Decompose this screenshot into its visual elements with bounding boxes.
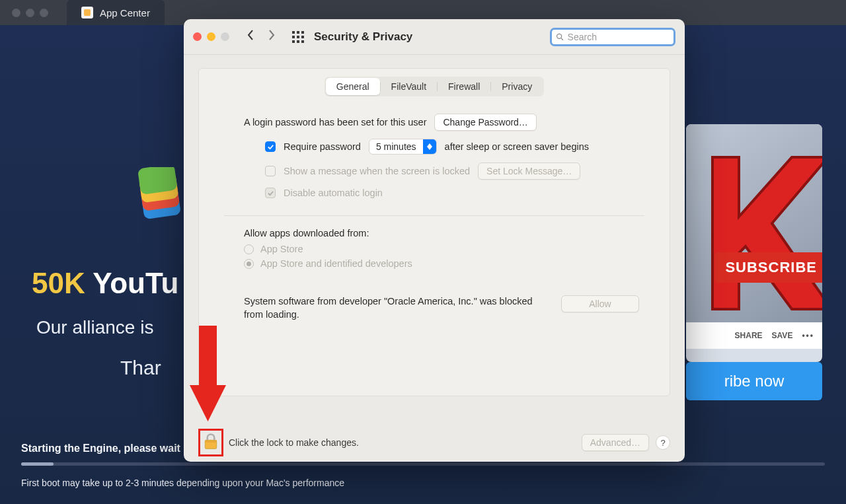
bg-close-dot	[12, 9, 20, 17]
background-headline: 50K YouTu	[32, 267, 178, 300]
grid-icon	[292, 31, 304, 43]
svg-rect-16	[205, 440, 217, 443]
svg-rect-12	[301, 40, 304, 43]
search-field-wrap[interactable]	[550, 28, 675, 46]
background-subheadline: Our alliance is	[36, 317, 153, 338]
radio-app-store	[244, 244, 254, 254]
require-password-after-label: after sleep or screen saver begins	[445, 141, 589, 152]
show-message-checkbox	[265, 166, 276, 176]
lock-text: Click the lock to make changes.	[229, 437, 359, 448]
tab-bar: General FileVault Firewall Privacy	[199, 69, 670, 96]
radio-identified-developers	[244, 259, 254, 269]
disable-auto-login-label: Disable automatic login	[284, 188, 383, 198]
show-all-button[interactable]	[289, 28, 307, 46]
require-password-delay-select[interactable]: 5 minutes	[369, 139, 437, 155]
advanced-button[interactable]: Advanced…	[582, 434, 649, 451]
svg-point-13	[557, 34, 562, 38]
engine-progress-bar	[21, 462, 825, 466]
svg-rect-7	[292, 36, 295, 38]
prefs-toolbar: Security & Privacy	[184, 19, 685, 55]
headline-accent: 50K	[32, 267, 85, 299]
engine-status-text: Starting the Engine, please wait	[21, 443, 180, 454]
app-center-icon	[81, 7, 93, 18]
svg-rect-11	[297, 40, 299, 43]
window-zoom-button[interactable]	[221, 32, 229, 41]
change-password-button[interactable]: Change Password…	[434, 114, 536, 131]
save-button[interactable]: SAVE	[772, 331, 793, 340]
background-subheadline-2: Thar	[120, 357, 161, 379]
require-password-label: Require password	[284, 141, 361, 152]
bg-min-dot	[26, 9, 34, 17]
subscribe-now-button[interactable]: ribe now	[686, 362, 822, 400]
show-message-label: Show a message when the screen is locked	[284, 166, 470, 176]
bg-max-dot	[40, 9, 48, 17]
share-button[interactable]: SHARE	[735, 331, 763, 340]
window-minimize-button[interactable]	[207, 32, 215, 41]
blocked-software-text: System software from developer "Oracle A…	[244, 295, 549, 321]
svg-rect-8	[297, 36, 299, 38]
allow-button[interactable]: Allow	[561, 295, 639, 312]
tab-app-center[interactable]: App Center	[67, 0, 165, 25]
lock-highlight-box	[198, 429, 223, 456]
help-button[interactable]: ?	[656, 435, 670, 450]
login-password-text: A login password has been set for this u…	[244, 117, 426, 127]
tab-firewall[interactable]: Firewall	[438, 78, 490, 95]
svg-rect-9	[301, 36, 304, 38]
disable-auto-login-checkbox	[265, 188, 276, 198]
prefs-title: Security & Privacy	[314, 30, 412, 44]
svg-rect-6	[301, 31, 304, 34]
bluestacks-logo-icon	[131, 167, 190, 227]
require-password-delay-value: 5 minutes	[369, 141, 423, 152]
window-traffic-lights	[193, 32, 229, 41]
engine-hint-text: First boot may take up to 2-3 minutes de…	[21, 478, 344, 488]
tab-label: App Center	[100, 7, 150, 18]
search-input[interactable]	[568, 32, 670, 42]
svg-rect-10	[292, 40, 295, 43]
letter-k-graphic	[699, 144, 822, 316]
svg-rect-5	[297, 31, 299, 34]
general-section: A login password has been set for this u…	[199, 96, 670, 198]
video-card: SUBSCRIBE SHARE SAVE •••	[686, 124, 822, 362]
video-actions: SHARE SAVE •••	[686, 322, 822, 349]
lock-icon[interactable]	[202, 432, 220, 450]
nav-arrows	[241, 28, 281, 46]
nav-back-button[interactable]	[241, 28, 260, 46]
engine-progress-fill	[21, 462, 54, 466]
radio-identified-developers-label: App Store and identified developers	[260, 258, 412, 269]
tab-general[interactable]: General	[326, 78, 380, 95]
allow-apps-label: Allow apps downloaded from:	[244, 228, 644, 238]
more-button[interactable]: •••	[802, 331, 814, 340]
headline-rest: YouTu	[85, 267, 179, 299]
subscribe-badge[interactable]: SUBSCRIBE	[714, 252, 822, 283]
blocked-software-row: System software from developer "Oracle A…	[199, 273, 670, 321]
svg-line-14	[561, 38, 563, 40]
system-preferences-window: Security & Privacy General FileVault Fir…	[184, 19, 685, 462]
video-thumbnail: SUBSCRIBE	[686, 124, 822, 322]
tab-filevault[interactable]: FileVault	[381, 78, 437, 95]
set-lock-message-button: Set Lock Message…	[478, 162, 580, 180]
prefs-panel: General FileVault Firewall Privacy A log…	[198, 68, 670, 396]
radio-app-store-label: App Store	[260, 244, 303, 254]
prefs-footer: Click the lock to make changes. Advanced…	[184, 423, 685, 462]
select-stepper-icon	[423, 139, 436, 154]
svg-rect-4	[292, 31, 295, 34]
allow-apps-section: Allow apps downloaded from: App Store Ap…	[199, 216, 670, 269]
nav-forward-button[interactable]	[262, 28, 281, 46]
background-traffic-lights	[12, 9, 48, 17]
require-password-checkbox[interactable]	[265, 141, 276, 152]
window-close-button[interactable]	[193, 32, 202, 41]
search-icon	[556, 32, 564, 42]
tab-privacy[interactable]: Privacy	[491, 78, 543, 95]
